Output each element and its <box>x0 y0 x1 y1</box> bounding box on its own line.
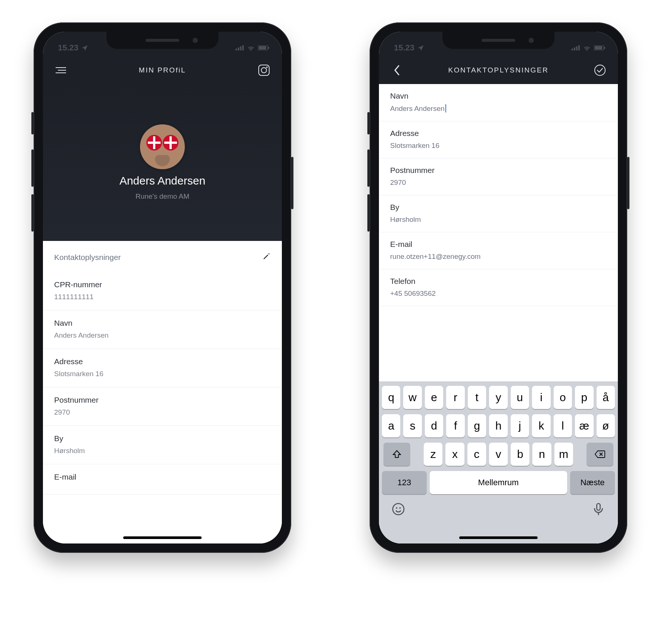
field-label: By <box>390 203 607 212</box>
profile-name: Anders Andersen <box>119 174 205 187</box>
key-m[interactable]: m <box>554 443 573 466</box>
svg-rect-13 <box>572 49 573 50</box>
form-row[interactable]: E-mailrune.otzen+11@zenegy.com <box>379 232 618 269</box>
field-value[interactable]: Slotsmarken 16 <box>390 142 607 150</box>
field-value[interactable]: 2970 <box>390 179 607 187</box>
key-s[interactable]: s <box>403 414 421 437</box>
svg-rect-19 <box>604 47 605 49</box>
key-å[interactable]: å <box>597 386 615 409</box>
svg-rect-2 <box>240 46 242 50</box>
battery-icon <box>594 45 605 50</box>
key-d[interactable]: d <box>425 414 443 437</box>
field-value[interactable]: +45 50693562 <box>390 289 607 298</box>
key-v[interactable]: v <box>489 443 508 466</box>
edit-button[interactable] <box>262 252 271 262</box>
action-key[interactable]: Næste <box>570 471 615 494</box>
key-b[interactable]: b <box>511 443 529 466</box>
key-l[interactable]: l <box>554 414 572 437</box>
checkmark-circle-icon <box>594 64 606 76</box>
avatar[interactable] <box>140 124 185 169</box>
screen-edit: 15.23 KONTAKTOPLYSNINGER <box>379 32 618 543</box>
profile-content[interactable]: Kontaktoplysninger CPR-nummer1111111111N… <box>43 241 282 543</box>
field-label: Postnummer <box>390 166 607 175</box>
svg-point-25 <box>399 507 401 509</box>
row-label: Navn <box>54 319 271 328</box>
back-button[interactable] <box>389 65 404 76</box>
shift-key[interactable] <box>383 443 410 466</box>
form-row[interactable]: AdresseSlotsmarken 16 <box>379 121 618 158</box>
key-t[interactable]: t <box>468 386 486 409</box>
key-p[interactable]: p <box>575 386 593 409</box>
key-y[interactable]: y <box>489 386 507 409</box>
profile-subtitle: Rune's demo AM <box>136 192 189 201</box>
svg-rect-0 <box>236 49 237 50</box>
row-value: Slotsmarken 16 <box>54 370 271 378</box>
key-f[interactable]: f <box>446 414 464 437</box>
confirm-button[interactable] <box>592 64 607 76</box>
field-value[interactable]: Hørsholm <box>390 216 607 224</box>
key-w[interactable]: w <box>403 386 421 409</box>
screen-profile: 15.23 MIN PROfiL <box>43 32 282 543</box>
key-o[interactable]: o <box>554 386 572 409</box>
key-c[interactable]: c <box>467 443 486 466</box>
row-value: Anders Andersen <box>54 331 271 340</box>
form-row[interactable]: Postnummer2970 <box>379 158 618 195</box>
menu-button[interactable] <box>53 67 68 74</box>
field-label: Telefon <box>390 277 607 286</box>
field-label: Adresse <box>390 129 607 138</box>
navbar: MIN PROfiL <box>43 56 282 84</box>
form-row[interactable]: NavnAnders Andersen <box>379 84 618 121</box>
profile-row: AdresseSlotsmarken 16 <box>43 349 282 387</box>
profile-row: Postnummer2970 <box>43 387 282 426</box>
field-value[interactable]: rune.otzen+11@zenegy.com <box>390 253 607 261</box>
pencil-icon <box>262 252 271 260</box>
field-label: Navn <box>390 92 607 100</box>
row-label: Adresse <box>54 357 271 366</box>
form-row[interactable]: ByHørsholm <box>379 195 618 232</box>
space-key[interactable]: Mellemrum <box>430 471 567 494</box>
field-value[interactable]: Anders Andersen <box>390 104 607 113</box>
keyboard: qwertyuiopå asdfghjklæø zxcvbnm 123 Mell… <box>379 381 618 543</box>
key-q[interactable]: q <box>382 386 400 409</box>
svg-point-23 <box>393 504 404 515</box>
key-æ[interactable]: æ <box>575 414 593 437</box>
key-g[interactable]: g <box>468 414 486 437</box>
camera-button[interactable] <box>256 64 271 77</box>
key-h[interactable]: h <box>489 414 507 437</box>
row-value: 2970 <box>54 408 271 416</box>
navbar-title: KONTAKTOPLYSNINGER <box>448 66 549 74</box>
key-n[interactable]: n <box>532 443 551 466</box>
form-row[interactable]: Telefon+45 50693562 <box>379 269 618 306</box>
emoji-key[interactable] <box>392 502 405 517</box>
key-ø[interactable]: ø <box>597 414 615 437</box>
svg-rect-18 <box>595 46 602 50</box>
key-e[interactable]: e <box>425 386 443 409</box>
notch <box>442 32 554 49</box>
home-indicator[interactable] <box>123 536 202 539</box>
location-arrow-icon <box>417 44 424 51</box>
key-r[interactable]: r <box>446 386 464 409</box>
status-time: 15.23 <box>58 43 78 53</box>
navbar: KONTAKTOPLYSNINGER <box>379 56 618 84</box>
profile-row: ByHørsholm <box>43 426 282 464</box>
phone-right: 15.23 KONTAKTOPLYSNINGER <box>370 22 627 553</box>
phone-left: 15.23 MIN PROfiL <box>34 22 291 553</box>
key-k[interactable]: k <box>532 414 550 437</box>
key-j[interactable]: j <box>511 414 529 437</box>
numeric-key[interactable]: 123 <box>382 471 427 494</box>
row-label: CPR-nummer <box>54 280 271 289</box>
dictation-key[interactable] <box>592 502 605 517</box>
notch <box>106 32 218 49</box>
key-x[interactable]: x <box>445 443 464 466</box>
key-i[interactable]: i <box>532 386 550 409</box>
home-indicator[interactable] <box>459 536 538 539</box>
hamburger-icon <box>56 67 66 74</box>
section-title: Kontaktoplysninger <box>54 253 121 262</box>
backspace-icon <box>594 450 606 458</box>
key-a[interactable]: a <box>382 414 400 437</box>
key-u[interactable]: u <box>511 386 529 409</box>
profile-hero: Anders Andersen Rune's demo AM <box>43 84 282 241</box>
key-z[interactable]: z <box>424 443 442 466</box>
backspace-key[interactable] <box>587 443 613 466</box>
svg-rect-14 <box>574 47 575 50</box>
